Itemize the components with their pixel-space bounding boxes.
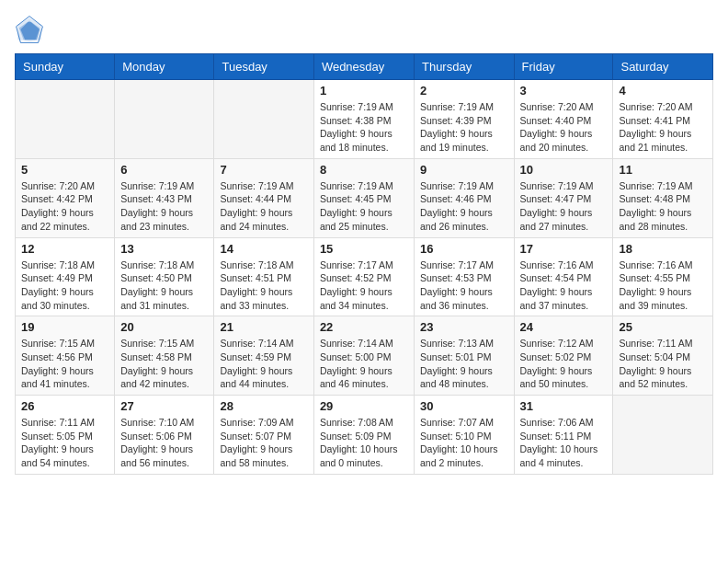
day-info: Sunrise: 7:20 AM Sunset: 4:40 PM Dayligh… <box>520 100 608 155</box>
calendar-cell: 2Sunrise: 7:19 AM Sunset: 4:39 PM Daylig… <box>414 80 514 159</box>
calendar-cell: 30Sunrise: 7:07 AM Sunset: 5:10 PM Dayli… <box>414 396 514 475</box>
calendar-cell: 5Sunrise: 7:20 AM Sunset: 4:42 PM Daylig… <box>16 158 115 237</box>
day-info: Sunrise: 7:20 AM Sunset: 4:41 PM Dayligh… <box>619 100 707 155</box>
day-number: 3 <box>520 84 608 98</box>
day-number: 23 <box>420 320 508 334</box>
day-number: 18 <box>619 242 707 256</box>
day-number: 12 <box>21 242 108 256</box>
calendar-cell: 31Sunrise: 7:06 AM Sunset: 5:11 PM Dayli… <box>514 396 613 475</box>
calendar-cell: 9Sunrise: 7:19 AM Sunset: 4:46 PM Daylig… <box>414 158 514 237</box>
calendar-cell: 20Sunrise: 7:15 AM Sunset: 4:58 PM Dayli… <box>115 316 214 396</box>
calendar-cell <box>214 80 313 159</box>
day-info: Sunrise: 7:17 AM Sunset: 4:53 PM Dayligh… <box>420 259 508 313</box>
calendar-week-row: 1Sunrise: 7:19 AM Sunset: 4:38 PM Daylig… <box>16 80 713 159</box>
calendar-cell: 18Sunrise: 7:16 AM Sunset: 4:55 PM Dayli… <box>613 237 713 316</box>
day-info: Sunrise: 7:20 AM Sunset: 4:42 PM Dayligh… <box>21 179 108 234</box>
logo-icon <box>15 15 44 44</box>
calendar-cell: 24Sunrise: 7:12 AM Sunset: 5:02 PM Dayli… <box>514 316 613 396</box>
calendar-week-row: 19Sunrise: 7:15 AM Sunset: 4:56 PM Dayli… <box>16 316 713 396</box>
day-info: Sunrise: 7:19 AM Sunset: 4:45 PM Dayligh… <box>320 179 408 234</box>
day-number: 25 <box>619 320 707 334</box>
calendar-cell: 21Sunrise: 7:14 AM Sunset: 4:59 PM Dayli… <box>214 316 313 396</box>
day-number: 17 <box>520 242 608 256</box>
day-info: Sunrise: 7:16 AM Sunset: 4:55 PM Dayligh… <box>619 259 707 313</box>
day-number: 4 <box>619 84 707 98</box>
day-info: Sunrise: 7:10 AM Sunset: 5:06 PM Dayligh… <box>120 416 208 470</box>
weekday-header-friday: Friday <box>514 54 613 80</box>
weekday-header-sunday: Sunday <box>16 54 115 80</box>
calendar-table: SundayMondayTuesdayWednesdayThursdayFrid… <box>15 53 713 475</box>
day-number: 28 <box>220 399 307 413</box>
calendar-cell: 16Sunrise: 7:17 AM Sunset: 4:53 PM Dayli… <box>414 237 514 316</box>
calendar-cell: 1Sunrise: 7:19 AM Sunset: 4:38 PM Daylig… <box>313 80 414 159</box>
calendar-cell: 22Sunrise: 7:14 AM Sunset: 5:00 PM Dayli… <box>313 316 414 396</box>
calendar-cell: 14Sunrise: 7:18 AM Sunset: 4:51 PM Dayli… <box>214 237 313 316</box>
calendar-cell: 27Sunrise: 7:10 AM Sunset: 5:06 PM Dayli… <box>115 396 214 475</box>
day-number: 7 <box>220 163 307 177</box>
calendar-cell: 4Sunrise: 7:20 AM Sunset: 4:41 PM Daylig… <box>613 80 713 159</box>
weekday-header-tuesday: Tuesday <box>214 54 313 80</box>
day-info: Sunrise: 7:15 AM Sunset: 4:56 PM Dayligh… <box>21 337 108 391</box>
weekday-header-thursday: Thursday <box>414 54 514 80</box>
calendar-cell: 13Sunrise: 7:18 AM Sunset: 4:50 PM Dayli… <box>115 237 214 316</box>
day-number: 5 <box>21 163 108 177</box>
day-info: Sunrise: 7:11 AM Sunset: 5:04 PM Dayligh… <box>619 337 707 391</box>
calendar-cell: 29Sunrise: 7:08 AM Sunset: 5:09 PM Dayli… <box>313 396 414 475</box>
calendar-cell: 11Sunrise: 7:19 AM Sunset: 4:48 PM Dayli… <box>613 158 713 237</box>
day-info: Sunrise: 7:16 AM Sunset: 4:54 PM Dayligh… <box>520 259 608 313</box>
weekday-header-wednesday: Wednesday <box>313 54 414 80</box>
day-info: Sunrise: 7:19 AM Sunset: 4:43 PM Dayligh… <box>120 179 208 234</box>
day-info: Sunrise: 7:06 AM Sunset: 5:11 PM Dayligh… <box>520 416 608 470</box>
day-info: Sunrise: 7:18 AM Sunset: 4:50 PM Dayligh… <box>120 259 208 313</box>
day-number: 11 <box>619 163 707 177</box>
day-number: 6 <box>120 163 208 177</box>
calendar-cell: 3Sunrise: 7:20 AM Sunset: 4:40 PM Daylig… <box>514 80 613 159</box>
day-number: 26 <box>21 399 108 413</box>
calendar-cell: 23Sunrise: 7:13 AM Sunset: 5:01 PM Dayli… <box>414 316 514 396</box>
day-info: Sunrise: 7:13 AM Sunset: 5:01 PM Dayligh… <box>420 337 508 391</box>
logo <box>15 15 48 44</box>
day-number: 19 <box>21 320 108 334</box>
day-number: 14 <box>220 242 307 256</box>
day-number: 2 <box>420 84 508 98</box>
day-number: 10 <box>520 163 608 177</box>
day-info: Sunrise: 7:11 AM Sunset: 5:05 PM Dayligh… <box>21 416 108 470</box>
day-number: 22 <box>320 320 408 334</box>
calendar-cell: 25Sunrise: 7:11 AM Sunset: 5:04 PM Dayli… <box>613 316 713 396</box>
day-info: Sunrise: 7:07 AM Sunset: 5:10 PM Dayligh… <box>420 416 508 470</box>
page-header <box>15 15 713 44</box>
calendar-week-row: 12Sunrise: 7:18 AM Sunset: 4:49 PM Dayli… <box>16 237 713 316</box>
day-number: 16 <box>420 242 508 256</box>
calendar-cell: 7Sunrise: 7:19 AM Sunset: 4:44 PM Daylig… <box>214 158 313 237</box>
calendar-cell: 28Sunrise: 7:09 AM Sunset: 5:07 PM Dayli… <box>214 396 313 475</box>
day-number: 8 <box>320 163 408 177</box>
day-number: 29 <box>320 399 408 413</box>
weekday-header-monday: Monday <box>115 54 214 80</box>
day-info: Sunrise: 7:18 AM Sunset: 4:49 PM Dayligh… <box>21 259 108 313</box>
calendar-cell: 19Sunrise: 7:15 AM Sunset: 4:56 PM Dayli… <box>16 316 115 396</box>
calendar-week-row: 26Sunrise: 7:11 AM Sunset: 5:05 PM Dayli… <box>16 396 713 475</box>
calendar-cell: 17Sunrise: 7:16 AM Sunset: 4:54 PM Dayli… <box>514 237 613 316</box>
day-number: 21 <box>220 320 307 334</box>
day-number: 31 <box>520 399 608 413</box>
day-number: 27 <box>120 399 208 413</box>
day-info: Sunrise: 7:09 AM Sunset: 5:07 PM Dayligh… <box>220 416 307 470</box>
day-info: Sunrise: 7:08 AM Sunset: 5:09 PM Dayligh… <box>320 416 408 470</box>
calendar-cell <box>115 80 214 159</box>
day-info: Sunrise: 7:19 AM Sunset: 4:46 PM Dayligh… <box>420 179 508 234</box>
day-number: 9 <box>420 163 508 177</box>
day-number: 24 <box>520 320 608 334</box>
calendar-cell: 12Sunrise: 7:18 AM Sunset: 4:49 PM Dayli… <box>16 237 115 316</box>
day-number: 13 <box>120 242 208 256</box>
day-number: 15 <box>320 242 408 256</box>
calendar-cell: 26Sunrise: 7:11 AM Sunset: 5:05 PM Dayli… <box>16 396 115 475</box>
calendar-cell: 15Sunrise: 7:17 AM Sunset: 4:52 PM Dayli… <box>313 237 414 316</box>
day-info: Sunrise: 7:19 AM Sunset: 4:38 PM Dayligh… <box>320 100 408 155</box>
day-number: 30 <box>420 399 508 413</box>
day-info: Sunrise: 7:12 AM Sunset: 5:02 PM Dayligh… <box>520 337 608 391</box>
day-info: Sunrise: 7:14 AM Sunset: 4:59 PM Dayligh… <box>220 337 307 391</box>
day-info: Sunrise: 7:18 AM Sunset: 4:51 PM Dayligh… <box>220 259 307 313</box>
weekday-header-row: SundayMondayTuesdayWednesdayThursdayFrid… <box>16 54 713 80</box>
day-info: Sunrise: 7:19 AM Sunset: 4:47 PM Dayligh… <box>520 179 608 234</box>
day-number: 1 <box>320 84 408 98</box>
